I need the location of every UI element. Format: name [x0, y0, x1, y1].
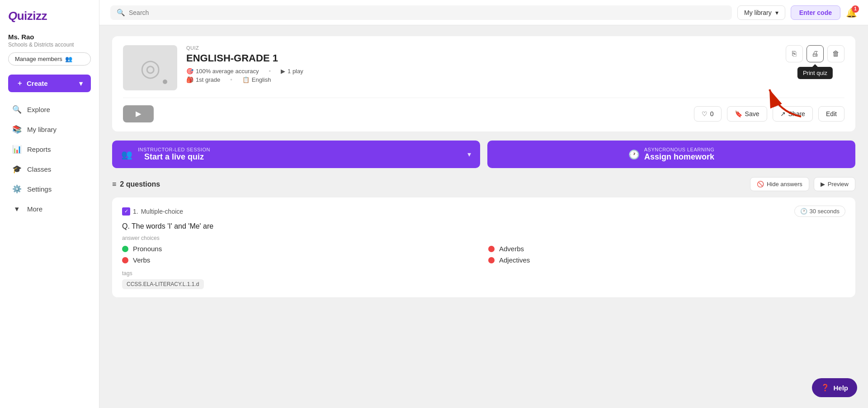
answers-grid: Pronouns Adverbs Verbs Adjectives	[122, 245, 845, 264]
questions-header: ≡ 2 questions 🚫 Hide answers ▶ Preview	[112, 177, 855, 191]
library-dropdown[interactable]: My library ▾	[737, 5, 785, 20]
quiz-info: QUIZ ENGLISH-GRADE 1 🎯 100% average accu…	[186, 45, 777, 83]
sidebar-nav: 🔍 Explore 📚 My library 📊 Reports 🎓 Class…	[0, 99, 99, 408]
assign-homework-button[interactable]: 🕐 ASYNCRONOUS LEARNING Assign homework	[487, 141, 855, 168]
hide-answers-button[interactable]: 🚫 Hide answers	[750, 177, 809, 191]
time-value: 30 seconds	[810, 208, 840, 215]
print-icon: 🖨	[811, 50, 819, 58]
sidebar-item-explore[interactable]: 🔍 Explore	[4, 100, 95, 119]
live-chevron-icon: ▾	[467, 150, 471, 159]
help-button[interactable]: ❓ Help	[812, 378, 857, 397]
answer-item: Pronouns	[122, 245, 479, 253]
grade-meta: 🎒 1st grade	[186, 76, 220, 83]
search-input[interactable]	[129, 9, 726, 16]
question-header: ✓ 1. Multiple-choice 🕐 30 seconds	[122, 206, 845, 217]
tags-label: tags	[122, 270, 845, 277]
questions-count: ≡ 2 questions	[112, 180, 160, 188]
live-sublabel: INSTRUCTOR-LED SESSION	[138, 147, 210, 152]
wrong-answer-dot	[122, 257, 128, 263]
quiz-type-label: QUIZ	[186, 45, 777, 51]
main-content: 🔍 My library ▾ Enter code 🔔 1	[99, 0, 868, 408]
create-button[interactable]: ＋ Create ▾	[8, 75, 91, 92]
search-icon: 🔍	[117, 9, 125, 17]
topbar: 🔍 My library ▾ Enter code 🔔 1	[99, 0, 868, 25]
enter-code-button[interactable]: Enter code	[791, 5, 840, 20]
clock-icon: 🕐	[628, 149, 640, 160]
manage-members-button[interactable]: Manage members 👥	[8, 52, 91, 66]
like-button[interactable]: ♡ 0	[694, 106, 722, 122]
people-icon: 👥	[65, 56, 72, 62]
hw-label: Assign homework	[644, 152, 714, 162]
sidebar-item-more[interactable]: ▾ More	[4, 199, 95, 219]
sidebar-item-classes[interactable]: 🎓 Classes	[4, 159, 95, 179]
quiz-meta-row2: 🎒 1st grade • 📋 English	[186, 76, 777, 83]
plays-meta: ▶ 1 play	[281, 68, 303, 75]
answer-item: Verbs	[122, 256, 479, 264]
user-account: Schools & Districts account	[8, 42, 91, 48]
grade-icon: 🎒	[186, 76, 193, 83]
thumb-dot	[163, 80, 167, 84]
reports-icon: 📊	[12, 145, 22, 154]
logo: Quizizz	[0, 5, 99, 30]
plus-icon: ＋	[16, 79, 23, 88]
sidebar-item-reports[interactable]: 📊 Reports	[4, 140, 95, 159]
accuracy-meta: 🎯 100% average accuracy	[186, 68, 259, 75]
time-badge: 🕐 30 seconds	[794, 206, 846, 217]
answer-text: Adverbs	[499, 245, 524, 253]
answer-item: Adjectives	[488, 256, 845, 264]
list-icon: ≡	[112, 180, 116, 188]
sidebar-item-label: Settings	[27, 185, 52, 193]
heart-icon: ♡	[702, 110, 708, 117]
answer-text: Verbs	[133, 256, 150, 264]
print-button[interactable]: 🖨	[807, 45, 824, 62]
accuracy-icon: 🎯	[186, 68, 193, 75]
live-quiz-button[interactable]: 👥 INSTRUCTOR-LED SESSION Start a live qu…	[112, 141, 480, 168]
save-label: Save	[745, 110, 760, 117]
sidebar-item-label: Reports	[27, 145, 51, 153]
question-type: ✓ 1. Multiple-choice	[122, 207, 183, 216]
search-bar[interactable]: 🔍	[110, 5, 732, 20]
red-arrow-indicator	[765, 85, 806, 123]
quiz-title: ENGLISH-GRADE 1	[186, 52, 777, 64]
hide-answers-label: Hide answers	[767, 181, 802, 188]
bookmark-icon: 🔖	[735, 110, 742, 117]
explore-icon: 🔍	[12, 105, 22, 114]
preview-button[interactable]: ▶ Preview	[814, 177, 855, 191]
sidebar-item-label: Explore	[27, 106, 50, 113]
sidebar-item-my-library[interactable]: 📚 My library	[4, 120, 95, 139]
sidebar-item-label: My library	[27, 126, 57, 133]
manage-members-label: Manage members	[15, 56, 62, 62]
language-meta: 📋 English	[242, 76, 271, 83]
hw-sublabel: ASYNCRONOUS LEARNING	[644, 147, 714, 152]
sidebar-item-label: More	[27, 205, 42, 213]
more-icon: ▾	[12, 204, 22, 214]
sidebar-item-settings[interactable]: ⚙️ Settings	[4, 179, 95, 199]
save-button[interactable]: 🔖 Save	[727, 106, 767, 122]
sidebar-item-label: Classes	[27, 165, 51, 173]
print-tooltip: Print quiz	[797, 67, 833, 79]
live-icon: 👥	[121, 149, 132, 160]
user-section: Ms. Rao Schools & Districts account Mana…	[0, 30, 99, 71]
live-label: Start a live quiz	[138, 152, 210, 162]
preview-label: Preview	[828, 181, 849, 188]
copy-button[interactable]: ⎘	[786, 45, 803, 62]
session-buttons: 👥 INSTRUCTOR-LED SESSION Start a live qu…	[112, 141, 855, 168]
wrong-answer-dot	[488, 246, 495, 252]
sidebar: Quizizz Ms. Rao Schools & Districts acco…	[0, 0, 99, 408]
delete-button[interactable]: 🗑	[827, 45, 844, 62]
eye-off-icon: 🚫	[757, 181, 764, 188]
correct-answer-dot	[122, 246, 128, 252]
settings-icon: ⚙️	[12, 184, 22, 194]
classes-icon: 🎓	[12, 164, 22, 174]
language-icon: 📋	[242, 76, 250, 83]
play-button[interactable]: ▶	[123, 105, 154, 122]
answer-choices-label: answer choices	[122, 235, 845, 241]
edit-button[interactable]: Edit	[818, 106, 844, 122]
play-icon: ▶	[281, 68, 285, 75]
quiz-actions-top: ⎘ 🖨 Print quiz 🗑	[786, 45, 844, 62]
notification-badge: 1	[852, 5, 859, 13]
wrong-answer-dot	[488, 257, 495, 263]
help-icon: ❓	[821, 384, 830, 392]
dropdown-arrow-icon: ▾	[79, 80, 83, 88]
notification-button[interactable]: 🔔 1	[846, 7, 857, 18]
